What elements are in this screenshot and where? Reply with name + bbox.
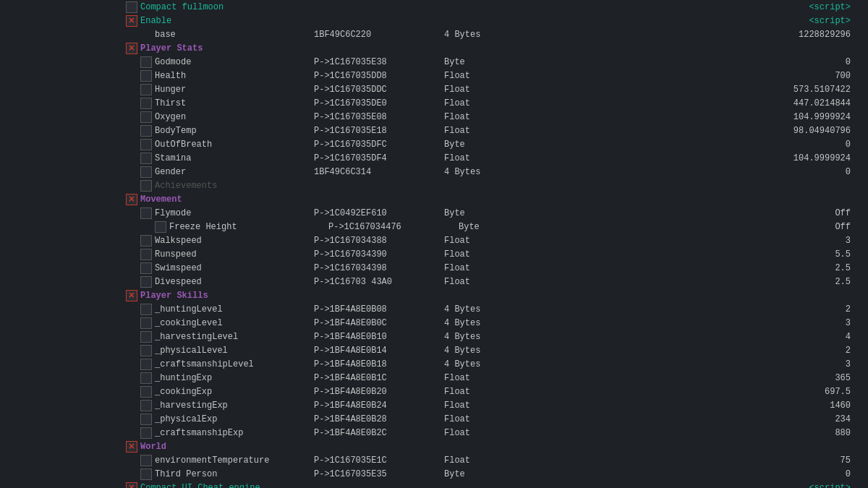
hunger-name: Hunger [155, 85, 314, 95]
harvesting-exp-address: P->1BF4A8E0B24 [314, 401, 444, 411]
divespeed-value: 2.5 [531, 277, 865, 287]
craftsmanship-level-checkbox[interactable] [140, 359, 152, 370]
env-temp-row: environmentTemperature P->1C167035E1C Fl… [123, 453, 868, 467]
bodytemp-checkbox[interactable] [140, 125, 152, 137]
cooking-level-checkbox[interactable] [140, 317, 152, 329]
cooking-level-address: P->1BF4A8E0B0C [314, 318, 444, 328]
movement-checkbox[interactable] [126, 194, 137, 205]
cooking-level-row: _cookingLevel P->1BF4A8E0B0C 4 Bytes 3 [123, 316, 868, 330]
craftsmanship-exp-value: 880 [531, 428, 865, 438]
divespeed-address: P->1C16703 43A0 [314, 277, 444, 287]
flymode-name: Flymode [155, 208, 314, 218]
outofbreath-address: P->1C167035DFC [314, 140, 444, 150]
hunting-exp-row: _huntingExp P->1BF4A8E0B1C Float 365 [123, 371, 868, 385]
craftsmanship-exp-name: _craftsmanshipExp [155, 428, 314, 438]
runspeed-name: Runspeed [155, 249, 314, 260]
godmode-checkbox[interactable] [140, 56, 152, 68]
hunting-level-address: P->1BF4A8E0B08 [314, 304, 444, 314]
divespeed-checkbox[interactable] [140, 276, 152, 288]
oxygen-row: Oxygen P->1C167035E08 Float 104.9999924 [123, 110, 868, 124]
compact-checkbox[interactable] [126, 1, 137, 13]
godmode-value: 0 [531, 57, 865, 67]
enable-label: Enable [140, 16, 299, 26]
health-checkbox[interactable] [140, 70, 152, 82]
env-temp-checkbox[interactable] [140, 455, 152, 466]
freeze-height-type: Byte [459, 222, 545, 232]
cooking-level-value: 3 [531, 318, 865, 328]
hunger-checkbox[interactable] [140, 84, 152, 95]
runspeed-address: P->1C167034390 [314, 249, 444, 260]
harvesting-level-checkbox[interactable] [140, 331, 152, 343]
footer-checkbox[interactable] [126, 482, 137, 489]
craftsmanship-exp-row: _craftsmanshipExp P->1BF4A8E0B2C Float 8… [123, 426, 868, 440]
stamina-checkbox[interactable] [140, 153, 152, 164]
godmode-type: Byte [444, 57, 531, 67]
bodytemp-row: BodyTemp P->1C167035E18 Float 98.0494079… [123, 124, 868, 137]
third-person-checkbox[interactable] [140, 468, 152, 480]
oxygen-checkbox[interactable] [140, 111, 152, 123]
thirst-name: Thirst [155, 98, 314, 108]
footer-script[interactable]: <script> [516, 483, 865, 489]
runspeed-value: 5.5 [531, 249, 865, 260]
walkspeed-value: 3 [531, 236, 865, 246]
enable-checkbox[interactable] [126, 15, 137, 27]
base-value: 1228829296 [531, 30, 865, 40]
third-person-address: P->1C167035E35 [314, 469, 444, 479]
harvesting-exp-checkbox[interactable] [140, 400, 152, 411]
flymode-value: Off [531, 208, 865, 218]
enable-row: Enable <script> [123, 14, 868, 27]
swimspeed-address: P->1C167034398 [314, 263, 444, 273]
freeze-height-address: P->1C167034476 [328, 222, 459, 232]
outofbreath-name: OutOfBreath [155, 140, 314, 150]
health-type: Float [444, 71, 531, 81]
freeze-height-checkbox[interactable] [155, 221, 166, 233]
gender-address: 1BF49C6C314 [314, 167, 444, 177]
base-address: 1BF49C6C220 [314, 30, 444, 40]
enable-script[interactable]: <script> [516, 16, 865, 26]
third-person-row: Third Person P->1C167035E35 Byte 0 [123, 467, 868, 481]
achievements-checkbox[interactable] [140, 180, 152, 192]
health-row: Health P->1C167035DD8 Float 700 [123, 69, 868, 82]
hunting-exp-address: P->1BF4A8E0B1C [314, 373, 444, 383]
physical-level-checkbox[interactable] [140, 345, 152, 356]
oxygen-address: P->1C167035E08 [314, 112, 444, 122]
flymode-address: P->1C0492EF610 [314, 208, 444, 218]
cooking-exp-row: _cookingExp P->1BF4A8E0B20 Float 697.5 [123, 385, 868, 398]
walkspeed-checkbox[interactable] [140, 235, 152, 247]
cooking-exp-checkbox[interactable] [140, 386, 152, 398]
base-row: base 1BF49C6C220 4 Bytes 1228829296 [137, 27, 868, 41]
hunting-exp-checkbox[interactable] [140, 372, 152, 384]
physical-exp-checkbox[interactable] [140, 414, 152, 425]
player-skills-checkbox[interactable] [126, 290, 137, 301]
freeze-height-value: Off [545, 222, 865, 232]
hunting-level-value: 2 [531, 304, 865, 314]
hunting-level-checkbox[interactable] [140, 304, 152, 315]
cooking-exp-value: 697.5 [531, 387, 865, 397]
thirst-checkbox[interactable] [140, 98, 152, 109]
physical-level-address: P->1BF4A8E0B14 [314, 346, 444, 356]
flymode-checkbox[interactable] [140, 207, 152, 219]
physical-level-value: 2 [531, 346, 865, 356]
stamina-name: Stamina [155, 153, 314, 163]
oxygen-type: Float [444, 112, 531, 122]
cooking-exp-name: _cookingExp [155, 387, 314, 397]
compact-header-script[interactable]: <script> [516, 2, 865, 12]
runspeed-type: Float [444, 249, 531, 260]
world-checkbox[interactable] [126, 441, 137, 453]
flymode-row: Flymode P->1C0492EF610 Byte Off [123, 206, 868, 220]
outofbreath-type: Byte [444, 140, 531, 150]
physical-level-type: 4 Bytes [444, 346, 531, 356]
harvesting-exp-row: _harvestingExp P->1BF4A8E0B24 Float 1460 [123, 398, 868, 412]
gender-checkbox[interactable] [140, 166, 152, 178]
bodytemp-name: BodyTemp [155, 126, 314, 136]
harvesting-level-type: 4 Bytes [444, 332, 531, 342]
runspeed-checkbox[interactable] [140, 249, 152, 260]
craftsmanship-level-row: _craftsmanshipLevel P->1BF4A8E0B18 4 Byt… [123, 357, 868, 371]
player-stats-checkbox[interactable] [126, 43, 137, 54]
freeze-height-name: Freeze Height [169, 222, 328, 232]
cooking-exp-address: P->1BF4A8E0B20 [314, 387, 444, 397]
outofbreath-checkbox[interactable] [140, 139, 152, 150]
swimspeed-checkbox[interactable] [140, 262, 152, 274]
craftsmanship-exp-checkbox[interactable] [140, 427, 152, 439]
cooking-level-name: _cookingLevel [155, 318, 314, 328]
